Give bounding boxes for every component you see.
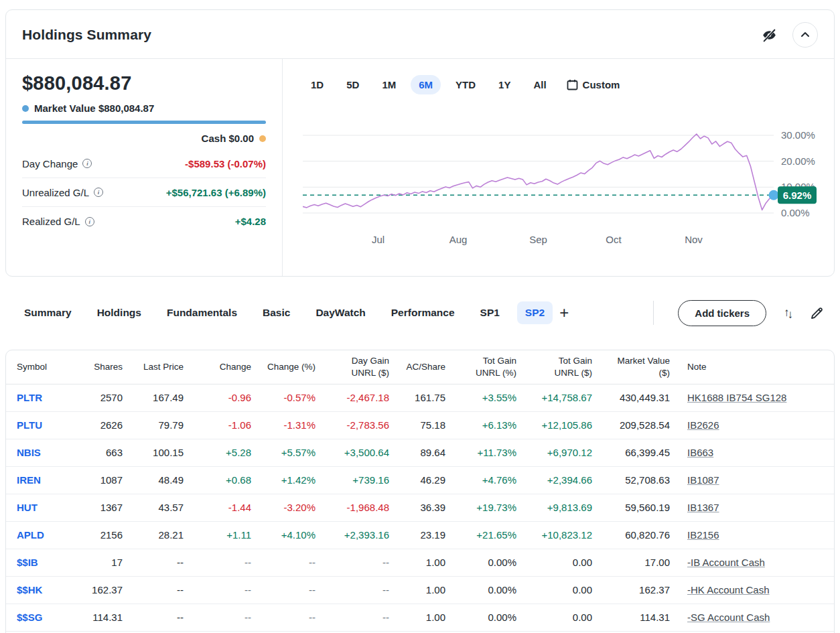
holdings-table: SymbolSharesLast PriceChangeChange (%)Da… — [6, 350, 835, 632]
symbol-link[interactable]: $$IB — [6, 549, 73, 576]
collapse-button[interactable] — [792, 22, 818, 48]
range-ytd[interactable]: YTD — [447, 75, 484, 94]
note-link[interactable]: HK1688 IB754 SG128 — [687, 392, 786, 403]
info-icon[interactable]: i — [85, 217, 94, 226]
market-value-bar — [22, 121, 266, 124]
cash-row: Cash $0.00 — [22, 133, 266, 144]
note-link[interactable]: IB2626 — [687, 419, 719, 431]
symbol-link[interactable]: APLD — [6, 521, 73, 549]
symbol-link[interactable]: HUT — [6, 494, 73, 521]
summary-stat-day-change: Day Changei-$589.53 (-0.07%) — [22, 149, 266, 178]
tab-summary[interactable]: Summary — [16, 301, 80, 324]
stat-value: +$4.28 — [235, 216, 266, 227]
cell-marketValue: 52,708.63 — [596, 466, 674, 494]
cell-change: -1.06 — [188, 411, 255, 439]
column-header-tot-gain-unrl[interactable]: Tot GainUNRL (%) — [449, 350, 520, 384]
symbol-link[interactable]: PLTU — [6, 411, 73, 439]
cell-dayGain: -- — [320, 549, 393, 576]
tab-sp1[interactable]: SP1 — [472, 301, 508, 324]
column-header-change[interactable]: Change (%) — [255, 350, 320, 384]
column-header-ac-share[interactable]: AC/Share — [393, 350, 449, 384]
cell-changePct: -3.20% — [255, 494, 320, 521]
x-axis-tick: Aug — [449, 234, 468, 245]
range-5d[interactable]: 5D — [338, 75, 367, 94]
cell-acShare: 36.39 — [393, 494, 449, 521]
note-link[interactable]: IB663 — [687, 447, 713, 458]
table-row-apld: APLD215628.21+1.11+4.10%+2,393.1623.19+2… — [6, 521, 835, 549]
cell-last: 167.49 — [127, 384, 188, 411]
note-link[interactable]: -HK Account Cash — [687, 584, 770, 595]
tab-fundamentals[interactable]: Fundamentals — [159, 301, 245, 324]
cell-totGainPct: +21.65% — [449, 521, 520, 549]
portfolio-line-series — [303, 134, 774, 210]
cell-last: -- — [127, 604, 188, 631]
cell-marketValue: 162.37 — [596, 576, 674, 604]
note-cell: -HK Account Cash — [674, 576, 835, 604]
range-1d[interactable]: 1D — [303, 75, 332, 94]
tab-holdings[interactable]: Holdings — [89, 301, 149, 324]
note-link[interactable]: IB1367 — [687, 502, 719, 513]
column-header-symbol[interactable]: Symbol — [6, 350, 73, 384]
range-all[interactable]: All — [525, 75, 554, 94]
cell-totGain: +14,758.67 — [520, 384, 596, 411]
note-link[interactable]: -IB Account Cash — [687, 557, 765, 568]
tab-performance[interactable]: Performance — [383, 301, 463, 324]
note-link[interactable]: IB1087 — [687, 474, 719, 486]
range-1y[interactable]: 1Y — [490, 75, 518, 94]
tab-daywatch[interactable]: DayWatch — [307, 301, 373, 324]
chevron-up-icon — [800, 29, 811, 40]
cell-dayGain: +739.16 — [320, 466, 393, 494]
cell-change: +5.28 — [188, 439, 255, 466]
info-icon[interactable]: i — [82, 159, 92, 168]
cell-last: 28.21 — [127, 521, 188, 549]
table-row-hut: HUT136743.57-1.44-3.20%-1,968.4836.39+19… — [6, 494, 835, 521]
symbol-link[interactable]: $$SG — [6, 604, 73, 631]
symbol-link[interactable]: NBIS — [6, 439, 73, 466]
note-link[interactable]: -SG Account Cash — [687, 612, 770, 623]
stat-label: Realized G/L — [22, 216, 80, 227]
cell-shares: 17 — [73, 549, 127, 576]
performance-chart: 0.00%10.00%20.00%30.00%JulAugSepOctNov6.… — [303, 124, 834, 251]
add-view-button[interactable]: + — [553, 305, 575, 321]
note-cell: HK1688 IB754 SG128 — [674, 384, 835, 411]
symbol-link[interactable]: PLTR — [6, 384, 73, 411]
hide-values-eye-slash-icon[interactable] — [760, 26, 778, 44]
column-header-market-value[interactable]: Market Value($) — [596, 350, 674, 384]
column-header-tot-gain-unrl[interactable]: Tot GainUNRL ($) — [520, 350, 596, 384]
sort-icon[interactable]: ↑↓ — [784, 306, 791, 320]
symbol-link[interactable]: $$HK — [6, 576, 73, 604]
cell-change: +0.68 — [188, 466, 255, 494]
custom-range-button[interactable]: Custom — [567, 79, 620, 90]
column-header-note[interactable]: Note — [674, 350, 835, 384]
cell-marketValue: 114.31 — [596, 604, 674, 631]
tab-sp2[interactable]: SP2 — [517, 301, 553, 324]
summary-stat-realized-g-l: Realized G/Li+$4.28 — [22, 207, 266, 236]
portfolio-page: Holdings Summary — [0, 0, 840, 633]
column-header-change[interactable]: Change — [188, 350, 255, 384]
cell-totGainPct: +11.73% — [449, 439, 520, 466]
note-link[interactable]: IB2156 — [687, 529, 719, 541]
cell-acShare: 1.00 — [393, 549, 449, 576]
view-tabs: SummaryHoldingsFundamentalsBasicDayWatch… — [16, 301, 553, 324]
symbol-link[interactable]: IREN — [6, 466, 73, 494]
range-6m[interactable]: 6M — [411, 75, 441, 94]
summary-stat-unrealized-g-l: Unrealized G/Li+$56,721.63 (+6.89%) — [22, 178, 266, 207]
column-header-last-price[interactable]: Last Price — [127, 350, 188, 384]
info-icon[interactable]: i — [94, 188, 103, 197]
range-1m[interactable]: 1M — [374, 75, 404, 94]
cell-marketValue: 66,399.45 — [596, 439, 674, 466]
market-value-dot-icon — [22, 105, 29, 112]
cell-shares: 663 — [73, 439, 127, 466]
summary-body: $880,084.87 Market Value $880,084.87 Cas… — [6, 59, 834, 276]
cell-shares: 2156 — [73, 521, 127, 549]
add-tickers-button[interactable]: Add tickers — [678, 300, 766, 326]
tab-basic[interactable]: Basic — [255, 301, 298, 324]
table-header-row: SymbolSharesLast PriceChangeChange (%)Da… — [6, 350, 835, 384]
column-header-shares[interactable]: Shares — [73, 350, 127, 384]
edit-pencil-icon[interactable] — [810, 306, 824, 320]
column-header-day-gain-unrl[interactable]: Day GainUNRL ($) — [320, 350, 393, 384]
cell-changePct: -1.31% — [255, 411, 320, 439]
cell-dayGain: -2,783.56 — [320, 411, 393, 439]
cell-change: +1.11 — [188, 521, 255, 549]
y-axis-tick: 30.00% — [781, 129, 815, 141]
